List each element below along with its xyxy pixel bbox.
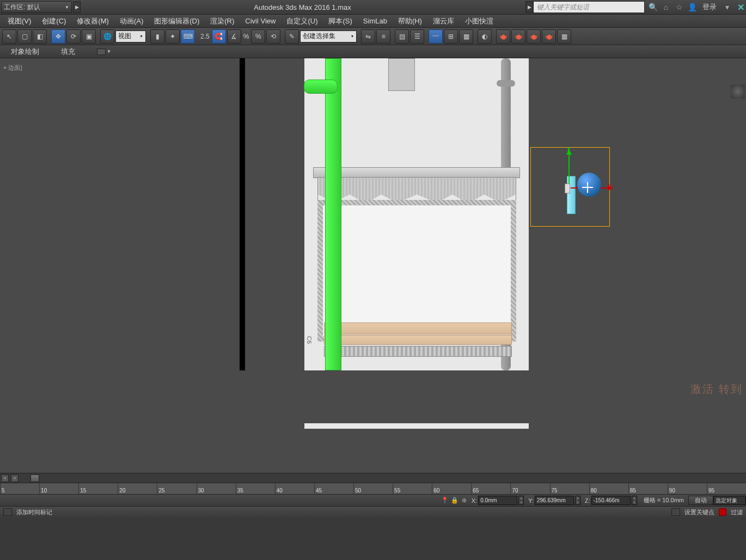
align-icon[interactable]: ≡ xyxy=(376,29,390,44)
key-lock-icon[interactable] xyxy=(671,508,680,516)
menu-help[interactable]: 帮助(H) xyxy=(393,16,427,26)
ref-coord-icon[interactable]: 🌐 xyxy=(100,29,114,44)
select-manip-icon[interactable]: ✦ xyxy=(166,29,180,44)
dimension-label: C6 xyxy=(306,336,313,344)
tick-25: 25 xyxy=(157,483,196,494)
timeline-area: < > 510152025303540455055606570758085909… xyxy=(0,473,746,560)
workspace-dropdown[interactable]: 工作区: 默认 xyxy=(1,1,72,13)
chair-post-left-selected[interactable] xyxy=(325,58,341,370)
menu-render[interactable]: 渲染(R) xyxy=(205,16,240,26)
snap-value-label: 2.5 xyxy=(199,33,211,40)
x-spinner[interactable]: ▲▼ xyxy=(518,496,524,505)
rotate-icon[interactable]: ⟳ xyxy=(66,29,81,44)
percent-label: % xyxy=(242,33,250,40)
snap-toggle-icon[interactable]: 🧲 xyxy=(212,29,226,44)
z-input[interactable]: -150.466m xyxy=(591,496,631,505)
pivot-icon[interactable]: ▮ xyxy=(150,29,164,44)
menu-xiaotu[interactable]: 小图快渲 xyxy=(460,16,499,26)
star-icon[interactable]: ☆ xyxy=(674,2,684,12)
move-icon[interactable]: ✥ xyxy=(51,29,65,44)
time-next-icon[interactable]: > xyxy=(11,474,19,482)
menu-animation[interactable]: 动画(A) xyxy=(114,16,149,26)
x-input[interactable]: 0.0mm xyxy=(478,496,517,505)
menu-simlab[interactable]: SimLab xyxy=(358,17,393,25)
dropdown-icon[interactable]: ▾ xyxy=(722,2,732,12)
y-spinner[interactable]: ▲▼ xyxy=(575,496,580,505)
named-selection-dropdown[interactable]: 创建选择集 xyxy=(300,31,357,42)
keyboard-shortcut-icon[interactable]: ⌨ xyxy=(181,29,195,44)
status-bar-2: 添加时间标记 设置关键点 过滤 xyxy=(0,507,746,518)
render-iter-icon[interactable]: 🫖 xyxy=(542,29,556,44)
status-bar: 📍 🔒 ⊕ X: 0.0mm ▲▼ Y: 296.639mm ▲▼ Z: -15… xyxy=(0,495,746,507)
time-thumb[interactable] xyxy=(30,474,39,482)
menu-graph[interactable]: 图形编辑器(D) xyxy=(149,16,205,26)
nav-forward2-icon[interactable]: ▶ xyxy=(525,1,533,13)
set-key-label[interactable]: 设置关键点 xyxy=(684,508,714,516)
key-icon[interactable]: ⌂ xyxy=(661,2,671,12)
chair-headrest xyxy=(388,58,415,91)
mirror-icon[interactable]: ⇋ xyxy=(361,29,375,44)
tick-50: 50 xyxy=(353,483,393,494)
material-editor-icon[interactable]: ◐ xyxy=(478,29,492,44)
select-window-icon[interactable]: ◧ xyxy=(33,29,47,44)
object-paint-tab[interactable]: 对象绘制 xyxy=(11,47,39,57)
fill-tab[interactable]: 填充 xyxy=(61,47,75,57)
render-prod-icon[interactable]: 🫖 xyxy=(527,29,541,44)
viewport[interactable]: + 边面] C6 y x xyxy=(0,58,746,473)
menu-script[interactable]: 脚本(S) xyxy=(323,16,357,26)
select-region-icon[interactable]: ▢ xyxy=(17,29,32,44)
search-input[interactable]: 键入关键字或短语 xyxy=(533,1,645,13)
percent-snap-icon[interactable]: % xyxy=(251,29,265,44)
y-input[interactable]: 296.639mm xyxy=(535,496,574,505)
abs-rel-icon[interactable]: ⊕ xyxy=(460,496,469,506)
curve-editor-icon[interactable]: 〰 xyxy=(429,29,443,44)
menu-customize[interactable]: 自定义(U) xyxy=(281,16,323,26)
layer-manager-icon[interactable]: ☰ xyxy=(410,29,424,44)
edit-named-sel-icon[interactable]: ✎ xyxy=(285,29,299,44)
ref-divider xyxy=(240,58,245,370)
spinner-snap-icon[interactable]: ⟲ xyxy=(266,29,280,44)
ribbon-collapse-dropdown[interactable]: ▼ xyxy=(97,48,111,55)
user-icon[interactable]: 👤 xyxy=(687,2,697,12)
tick-55: 55 xyxy=(393,483,432,494)
pin-icon[interactable]: 📍 xyxy=(440,496,450,506)
render-last-icon[interactable]: ▦ xyxy=(557,29,571,44)
tick-70: 70 xyxy=(510,483,549,494)
menu-view[interactable]: 视图(V) xyxy=(2,16,36,26)
login-label[interactable]: 登录 xyxy=(700,2,719,12)
viewcube-icon[interactable] xyxy=(731,84,745,99)
menu-civil[interactable]: Civil View xyxy=(240,17,281,25)
render-setup-icon[interactable]: 🫖 xyxy=(496,29,510,44)
close-icon[interactable]: ✕ xyxy=(735,2,746,13)
nav-forward-icon[interactable]: ▶ xyxy=(73,1,81,13)
dope-sheet-icon[interactable]: ▦ xyxy=(459,29,473,44)
z-spinner[interactable]: ▲▼ xyxy=(632,496,637,505)
select-icon[interactable]: ↖ xyxy=(2,29,16,44)
time-prev-icon[interactable]: < xyxy=(1,474,9,482)
menu-liuyun[interactable]: 溜云库 xyxy=(427,16,460,26)
tick-95: 95 xyxy=(707,483,746,494)
time-config-icon[interactable] xyxy=(3,508,12,516)
grid-label: 栅格 = 10.0mm xyxy=(639,496,688,504)
angle-snap-icon[interactable]: ∡ xyxy=(227,29,241,44)
add-time-tag[interactable]: 添加时间标记 xyxy=(16,508,52,516)
lock-icon[interactable]: 🔒 xyxy=(450,496,460,506)
ref-coord-dropdown[interactable]: 视图 xyxy=(115,31,146,42)
time-ruler[interactable]: 5101520253035404550556065707580859095 xyxy=(0,483,746,495)
auto-key-button[interactable]: 自动 xyxy=(688,496,713,505)
scale-icon[interactable]: ▣ xyxy=(82,29,96,44)
schematic-icon[interactable]: ⊞ xyxy=(444,29,458,44)
time-slider[interactable]: < > xyxy=(0,473,746,483)
menu-modifiers[interactable]: 修改器(M) xyxy=(71,16,114,26)
menu-create[interactable]: 创建(C) xyxy=(36,16,71,26)
key-indicator-icon[interactable] xyxy=(719,508,726,516)
layers-icon[interactable]: ▤ xyxy=(395,29,409,44)
viewport-label[interactable]: + 边面] xyxy=(3,64,22,72)
chair-apron xyxy=(317,177,516,202)
filter-label[interactable]: 过滤 xyxy=(731,508,743,516)
selected-object-field[interactable]: 选定对象 xyxy=(713,496,746,505)
render-frame-icon[interactable]: 🫖 xyxy=(511,29,525,44)
watermark: 激活 转到 xyxy=(690,382,743,397)
binoculars-icon[interactable]: 🔍 xyxy=(648,2,658,12)
gizmo-y-axis[interactable] xyxy=(568,151,570,184)
